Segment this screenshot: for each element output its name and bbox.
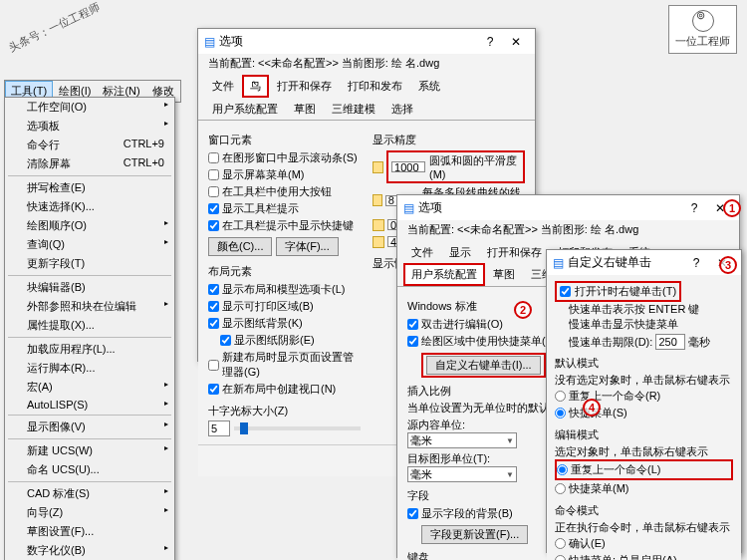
mi-draft[interactable]: 草图设置(F)... [5,522,174,541]
btn-color[interactable]: 颜色(C)... [208,237,272,256]
help-icon[interactable]: ? [681,201,707,215]
help-icon[interactable]: ? [477,35,503,49]
cb-lay3[interactable] [208,318,219,329]
separator [8,337,171,338]
grp-window: 窗口元素 [208,133,361,147]
cb-win4[interactable] [208,203,219,214]
cb-win1[interactable] [208,152,219,163]
rb-def-repeat[interactable] [555,391,566,402]
mi-autolisp[interactable]: AutoLISP(S)▸ [5,397,174,413]
mi-digit[interactable]: 数字化仪(B)▸ [5,541,174,560]
rb-cmd-enter[interactable] [555,538,566,549]
mi-guide[interactable]: 向导(Z)▸ [5,503,174,522]
pref-icon [373,219,384,231]
callout-3: 3 [719,256,737,274]
tab-sys[interactable]: 系统 [410,75,448,98]
cb-lay4[interactable] [220,335,231,346]
rb-cmd-always[interactable] [555,555,566,560]
cb-timed-rc[interactable] [560,286,571,297]
mi-workspace[interactable]: 工作空间(O)▸ [5,98,174,117]
mi-runscript[interactable]: 运行脚本(R)... [5,359,174,378]
mi-clearscreen[interactable]: 清除屏幕CTRL+0 [5,154,174,173]
app-icon: ▤ [553,256,564,270]
tab2-open[interactable]: 打开和保存 [479,241,550,263]
grp-cmd: 命令模式 [555,503,733,518]
grp-default: 默认模式 [555,356,733,371]
callout-4: 4 [583,399,601,417]
tools-dropdown: 工作空间(O)▸ 选项板▸ 命令行CTRL+9 清除屏幕CTRL+0 拼写检查(… [4,97,175,560]
input-slowclick[interactable] [655,334,685,350]
mi-quickselect[interactable]: 快速选择(K)... [5,197,174,216]
dlg2-titlebar[interactable]: ▤ 选项 ? ✕ [397,195,739,220]
cb-lay2[interactable] [208,301,219,312]
mi-draworder[interactable]: 绘图顺序(O)▸ [5,216,174,235]
app-icon: ▤ [204,35,215,49]
input-arc[interactable] [391,161,425,172]
mi-blockeditor[interactable]: 块编辑器(B) [5,278,174,297]
dlg3-title: 自定义右键单击 [568,254,651,271]
close-icon[interactable]: ✕ [503,35,529,49]
dlg3-body: 打开计时右键单击(T) 快速单击表示按 ENTER 键 慢速单击显示快捷菜单 慢… [547,275,741,560]
rb-edit-repeat[interactable] [557,464,568,475]
chevron-down-icon: ▼ [506,470,514,479]
rb-def-menu[interactable] [555,408,566,419]
tab2-disp[interactable]: 显示 [441,241,479,263]
watermark-top-left: 头条号：一位工程师 [6,0,102,55]
tab-open[interactable]: 打开和保存 [269,75,340,98]
tab2-draft[interactable]: 草图 [485,263,523,286]
dlg1-title: 选项 [219,33,243,50]
btn-field-settings[interactable]: 字段更新设置(F)... [421,525,528,544]
tab-select[interactable]: 选择 [383,98,421,120]
mi-newucs[interactable]: 新建 UCS(W)▸ [5,441,174,460]
mi-updatefield[interactable]: 更新字段(T) [5,254,174,273]
cb-shortcutmenu[interactable] [407,336,418,347]
tab2-file[interactable]: 文件 [403,241,441,263]
cb-dblclick[interactable] [407,319,418,330]
tab-print[interactable]: 打印和发布 [340,75,410,98]
tab-3d[interactable]: 三维建模 [324,98,383,120]
cb-lay1[interactable] [208,284,219,295]
mi-palette[interactable]: 选项板▸ [5,117,174,136]
grp-edit: 编辑模式 [555,427,733,442]
tab-file[interactable]: 文件 [204,75,242,98]
slider-crosshair[interactable] [234,426,361,430]
mi-query[interactable]: 查询(Q)▸ [5,235,174,254]
btn-font[interactable]: 字体(F)... [276,237,339,256]
dlg1-titlebar[interactable]: ▤ 选项 ? ✕ [198,29,535,54]
cmd-note: 正在执行命令时，单击鼠标右键表示 [555,520,733,535]
tab-display[interactable]: 鸟 [242,75,269,98]
combo-tgt-unit[interactable]: 毫米▼ [407,466,517,482]
cb-fieldbg[interactable] [407,508,418,519]
tab-draft[interactable]: 草图 [286,98,324,120]
cb-lay6[interactable] [208,384,219,395]
cb-win5[interactable] [208,220,219,231]
custom-rightclick-dialog: ▤ 自定义右键单击 ? ✕ 打开计时右键单击(T) 快速单击表示按 ENTER … [546,249,742,553]
tab2-user[interactable]: 用户系统配置 [403,263,485,286]
cb-win3[interactable] [208,186,219,197]
combo-src-unit[interactable]: 毫米▼ [407,432,517,448]
mi-cadstd[interactable]: CAD 标准(S)▸ [5,484,174,503]
help-icon[interactable]: ? [683,256,709,270]
dlg3-titlebar[interactable]: ▤ 自定义右键单击 ? ✕ [547,250,741,275]
mi-macro[interactable]: 宏(A)▸ [5,378,174,397]
def-note: 没有选定对象时，单击鼠标右键表示 [555,373,733,388]
cb-win2[interactable] [208,169,219,180]
dlg1-header-info: 当前配置: <<未命名配置>> 当前图形: 绘 名.dwg [198,54,535,73]
edit-note: 选定对象时，单击鼠标右键表示 [555,444,733,459]
dlg1-tabs[interactable]: 文件 鸟 打开和保存 打印和发布 系统 用户系统配置 草图 三维建模 选择 [198,73,535,121]
mi-xrefedit[interactable]: 外部参照和块在位编辑▸ [5,297,174,316]
rb-edit-menu[interactable] [555,483,566,494]
btn-custom-rightclick[interactable]: 自定义右键单击(I)... [426,356,541,375]
dlg2-header-info: 当前配置: <<未命名配置>> 当前图形: 绘 名.dwg [397,220,739,239]
dlg2-title: 选项 [418,199,442,216]
mi-attrextract[interactable]: 属性提取(X)... [5,316,174,335]
mi-namedusc[interactable]: 命名 UCS(U)... [5,460,174,479]
callout-2: 2 [514,301,532,319]
mi-spellcheck[interactable]: 拼写检查(E) [5,178,174,197]
mi-displayimg[interactable]: 显示图像(V)▸ [5,418,174,436]
mi-cmdline[interactable]: 命令行CTRL+9 [5,136,174,154]
tab-user[interactable]: 用户系统配置 [204,98,286,120]
mi-loadapp[interactable]: 加载应用程序(L)... [5,340,174,359]
cb-lay5[interactable] [208,360,219,371]
input-crosshair[interactable] [208,420,230,436]
